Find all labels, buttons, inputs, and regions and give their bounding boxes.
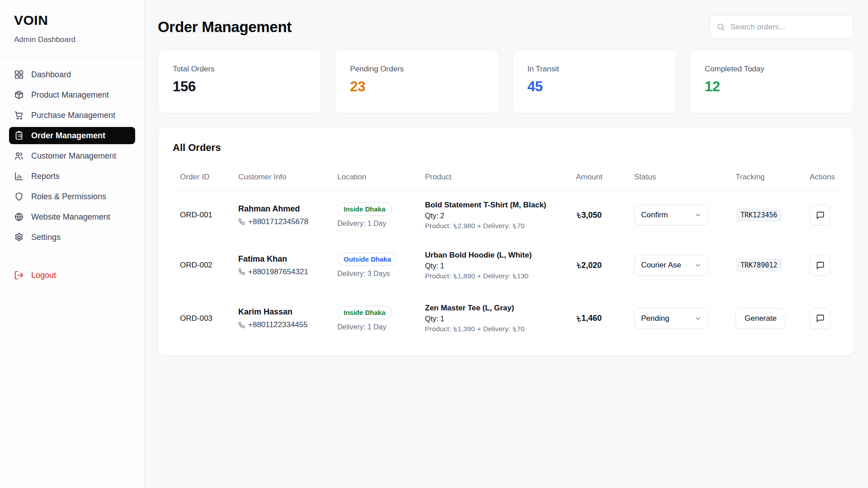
column-header-location: Location xyxy=(330,173,411,182)
logout-label: Logout xyxy=(31,271,56,280)
sidebar-item-roles-permissions[interactable]: Roles & Permissions xyxy=(9,188,135,205)
stat-value: 12 xyxy=(705,79,839,95)
search-icon xyxy=(717,23,725,31)
location-cell: Inside Dhaka Delivery: 1 Day xyxy=(330,202,411,228)
customer-cell: Rahman Ahmed +8801712345678 xyxy=(231,204,324,226)
stat-label: Total Orders xyxy=(173,65,307,74)
chat-bubble-icon xyxy=(816,314,825,323)
page-title: Order Management xyxy=(158,19,292,36)
order-amount: 2,020 xyxy=(569,261,621,270)
sidebar-item-website-management[interactable]: Website Management xyxy=(9,208,135,225)
price-delivery: 70 xyxy=(517,325,524,333)
customer-name: Fatima Khan xyxy=(238,254,324,264)
shield-icon xyxy=(14,192,24,202)
table-header-row: Order ID Customer Info Location Product … xyxy=(173,173,839,190)
stat-cards: Total Orders 156 Pending Orders 23 In Tr… xyxy=(158,50,854,113)
taka-symbol xyxy=(512,273,517,279)
status-value: Pending xyxy=(641,314,669,323)
taka-symbol xyxy=(512,326,517,332)
location-cell: Outside Dhaka Delivery: 3 Days xyxy=(330,253,411,278)
delivery-time: Delivery: 1 Day xyxy=(337,323,411,331)
stat-value: 156 xyxy=(173,79,307,95)
sidebar-item-customer-management[interactable]: Customer Management xyxy=(9,147,135,164)
brand-logo: VOIN xyxy=(14,13,130,28)
sidebar-item-dashboard[interactable]: Dashboard xyxy=(9,66,135,83)
chevron-down-icon xyxy=(694,211,702,219)
search-input[interactable] xyxy=(710,15,854,38)
sidebar-item-label: Order Management xyxy=(31,131,105,141)
phone-icon xyxy=(238,322,245,328)
sidebar-item-label: Dashboard xyxy=(31,70,71,80)
clipboard-icon xyxy=(14,131,24,141)
sidebar: VOIN Admin Dashboard Dashboard Product M… xyxy=(0,0,145,488)
logout-icon xyxy=(14,270,24,280)
taka-symbol xyxy=(576,262,581,269)
taka-symbol xyxy=(512,223,517,229)
column-header-amount: Amount xyxy=(569,173,621,182)
bar-chart-icon xyxy=(14,171,24,181)
phone-icon xyxy=(238,268,245,275)
users-icon xyxy=(14,151,24,161)
table-row: ORD-002 Fatima Khan +8801987654321 Outsi… xyxy=(173,240,839,291)
product-qty: Qty: 2 xyxy=(425,212,562,220)
location-cell: Inside Dhaka Delivery: 1 Day xyxy=(330,306,411,331)
table-row: ORD-001 Rahman Ahmed +8801712345678 Insi… xyxy=(173,190,839,240)
message-button[interactable] xyxy=(810,205,830,225)
sidebar-item-label: Product Management xyxy=(31,90,109,100)
logout-button[interactable]: Logout xyxy=(9,267,135,284)
stat-value: 23 xyxy=(350,79,484,95)
column-header-customer-info: Customer Info xyxy=(231,173,324,182)
status-select[interactable]: Confirm xyxy=(634,205,708,225)
status-select[interactable]: Pending xyxy=(634,308,708,329)
sidebar-item-label: Website Management xyxy=(31,212,110,222)
sidebar-item-reports[interactable]: Reports xyxy=(9,168,135,185)
sidebar-item-product-management[interactable]: Product Management xyxy=(9,86,135,103)
product-name: Zen Master Tee (L, Gray) xyxy=(425,304,562,313)
stat-label: In Transit xyxy=(528,65,661,74)
sidebar-item-settings[interactable]: Settings xyxy=(9,229,135,246)
stat-card-in-transit: In Transit 45 xyxy=(513,50,676,113)
topbar: Order Management xyxy=(158,15,854,38)
stat-card-pending-orders: Pending Orders 23 xyxy=(335,50,499,113)
sidebar-item-label: Purchase Management xyxy=(31,111,115,120)
message-button[interactable] xyxy=(810,255,830,276)
delivery-time: Delivery: 1 Day xyxy=(337,220,411,228)
shopping-cart-icon xyxy=(14,110,24,120)
product-cell: Urban Bold Hoodie (L, White) Qty: 1 Prod… xyxy=(418,251,562,280)
status-select[interactable]: Courier Ase xyxy=(634,255,708,276)
sidebar-nav: Dashboard Product Management Purchase Ma… xyxy=(0,56,144,287)
product-qty: Qty: 1 xyxy=(425,262,562,270)
tracking-code: TRK789012 xyxy=(736,258,782,272)
order-id: ORD-001 xyxy=(173,211,225,220)
brand-block: VOIN Admin Dashboard xyxy=(0,0,144,56)
stat-card-completed-today: Completed Today 12 xyxy=(690,50,854,113)
message-button[interactable] xyxy=(810,308,830,329)
price-delivery: 70 xyxy=(517,222,524,230)
delivery-time: Delivery: 3 Days xyxy=(337,270,411,278)
taka-symbol xyxy=(453,223,458,229)
phone-icon xyxy=(238,218,245,225)
stat-label: Completed Today xyxy=(705,65,839,74)
taka-symbol xyxy=(453,273,458,279)
sidebar-item-label: Roles & Permissions xyxy=(31,192,106,202)
product-cell: Zen Master Tee (L, Gray) Qty: 1 Product:… xyxy=(418,304,562,333)
sidebar-item-purchase-management[interactable]: Purchase Management xyxy=(9,107,135,124)
price-product: 1,890 xyxy=(458,272,475,280)
sidebar-item-order-management[interactable]: Order Management xyxy=(9,127,135,144)
order-id: ORD-002 xyxy=(173,261,225,270)
main-content: Order Management Total Orders 156 Pendin… xyxy=(145,0,868,488)
generate-tracking-button[interactable]: Generate xyxy=(736,308,786,329)
column-header-tracking: Tracking xyxy=(728,173,796,182)
chevron-down-icon xyxy=(694,315,702,322)
package-icon xyxy=(14,90,24,100)
status-value: Courier Ase xyxy=(641,261,681,270)
location-zone-badge: Outside Dhaka xyxy=(337,253,397,266)
column-header-order-id: Order ID xyxy=(173,173,225,182)
product-name: Bold Statement T-Shirt (M, Black) xyxy=(425,201,562,210)
taka-symbol xyxy=(576,212,581,219)
product-cell: Bold Statement T-Shirt (M, Black) Qty: 2… xyxy=(418,201,562,230)
customer-phone: +8801712345678 xyxy=(248,217,308,226)
stat-value: 45 xyxy=(528,79,661,95)
product-name: Urban Bold Hoodie (L, White) xyxy=(425,251,562,260)
location-zone-badge: Inside Dhaka xyxy=(337,202,392,216)
